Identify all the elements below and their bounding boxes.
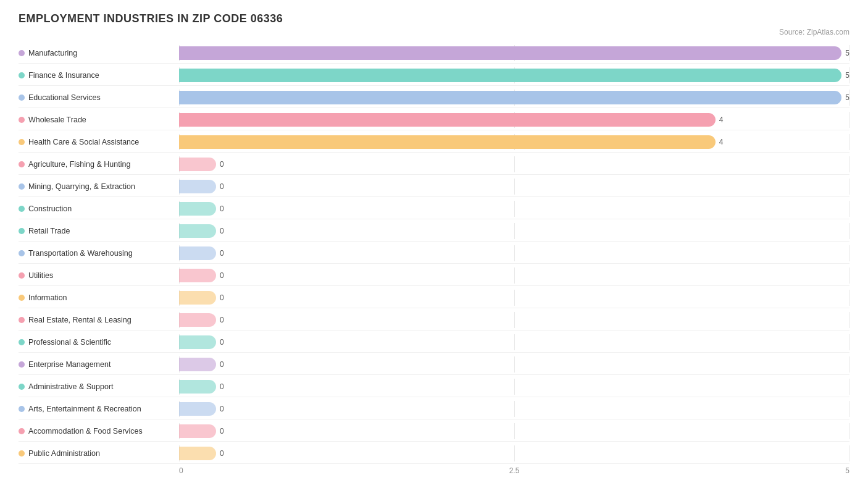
bar-value-label: 0 (220, 204, 224, 213)
bar-label-text: Mining, Quarrying, & Extraction (28, 182, 135, 191)
bar-label: Utilities (19, 271, 179, 280)
bar-label: Retail Trade (19, 227, 179, 235)
bar-color-dot (19, 250, 25, 256)
bar-track: 0 (179, 156, 849, 172)
bar-fill (179, 135, 716, 149)
bar-row: Manufacturing5 (19, 43, 849, 64)
bar-track: 0 (179, 267, 849, 284)
bar-value-label: 5 (845, 71, 849, 80)
bar-area: 0 (179, 223, 849, 239)
bar-label-text: Administrative & Support (28, 382, 114, 391)
bar-track: 0 (179, 290, 849, 306)
bar-label-text: Finance & Insurance (28, 71, 99, 80)
bar-value-label: 5 (845, 93, 849, 102)
bar-track: 0 (179, 223, 849, 239)
bar-label-text: Agriculture, Fishing & Hunting (28, 160, 130, 169)
bar-label-text: Health Care & Social Assistance (28, 138, 139, 146)
chart-container: Manufacturing5Finance & Insurance5Educat… (19, 43, 849, 475)
bar-label: Health Care & Social Assistance (19, 138, 179, 146)
bar-color-dot (19, 317, 25, 323)
bar-label: Agriculture, Fishing & Hunting (19, 160, 179, 169)
axis-tick-label: 2.5 (509, 466, 520, 475)
grid-line (849, 290, 850, 306)
grid-line (849, 245, 850, 261)
bar-color-dot (19, 206, 25, 212)
bar-value-label: 0 (220, 293, 224, 302)
bar-fill (179, 380, 216, 394)
bar-label: Professional & Scientific (19, 338, 179, 347)
grid-line (849, 112, 850, 128)
bar-row: Retail Trade0 (19, 221, 849, 242)
bar-label-text: Wholesale Trade (28, 116, 86, 124)
bar-color-dot (19, 361, 25, 368)
bar-row: Health Care & Social Assistance4 (19, 132, 849, 153)
bar-track: 0 (179, 379, 849, 395)
bar-fill (179, 46, 841, 60)
bar-value-label: 0 (220, 360, 224, 369)
bar-label-text: Retail Trade (28, 227, 70, 235)
bar-value-label: 4 (719, 116, 724, 124)
bar-label: Information (19, 293, 179, 302)
bar-value-label: 0 (220, 338, 224, 347)
bar-color-dot (19, 95, 25, 101)
axis-tick-label: 5 (845, 466, 849, 475)
bar-row: Agriculture, Fishing & Hunting0 (19, 154, 849, 175)
grid-line (849, 401, 850, 417)
bar-label: Manufacturing (19, 49, 179, 57)
bar-fill (179, 69, 841, 82)
bar-fill (179, 246, 216, 260)
bar-color-dot (19, 50, 25, 56)
bar-fill (179, 335, 216, 349)
bar-value-label: 0 (220, 227, 224, 235)
bar-area: 0 (179, 179, 849, 195)
bar-label-text: Construction (28, 204, 72, 213)
bar-label: Accommodation & Food Services (19, 427, 179, 436)
bar-color-dot (19, 339, 25, 345)
bar-track: 5 (179, 45, 849, 61)
bar-track: 4 (179, 134, 849, 150)
grid-line (849, 90, 850, 106)
bar-label: Enterprise Management (19, 360, 179, 369)
bar-track: 4 (179, 112, 849, 128)
bar-area: 0 (179, 379, 849, 395)
bar-label: Construction (19, 204, 179, 213)
bar-area: 4 (179, 112, 849, 128)
bar-row: Accommodation & Food Services0 (19, 421, 849, 442)
bar-area: 5 (179, 90, 849, 106)
bar-track: 0 (179, 356, 849, 373)
bar-row: Real Estate, Rental & Leasing0 (19, 309, 849, 331)
grid-line (849, 179, 850, 195)
bar-row: Educational Services5 (19, 87, 849, 108)
bar-label: Real Estate, Rental & Leasing (19, 316, 179, 324)
bar-track: 0 (179, 312, 849, 328)
bar-area: 0 (179, 312, 849, 328)
bar-track: 5 (179, 90, 849, 106)
bar-area: 0 (179, 156, 849, 172)
source-label: Source: ZipAtlas.com (19, 28, 849, 36)
bar-color-dot (19, 161, 25, 167)
grid-line (849, 267, 850, 284)
bar-color-dot (19, 183, 25, 190)
bar-area: 0 (179, 356, 849, 373)
bar-row: Arts, Entertainment & Recreation0 (19, 398, 849, 419)
bar-area: 0 (179, 201, 849, 217)
bar-track: 0 (179, 245, 849, 261)
bar-area: 0 (179, 445, 849, 461)
bar-row: Construction0 (19, 198, 849, 219)
grid-line (849, 356, 850, 373)
grid-line (849, 201, 850, 217)
bar-label-text: Manufacturing (28, 49, 77, 57)
grid-line (849, 379, 850, 395)
bar-label: Public Administration (19, 449, 179, 458)
bar-label-text: Accommodation & Food Services (28, 427, 143, 436)
bar-row: Enterprise Management0 (19, 354, 849, 375)
bar-fill (179, 180, 216, 193)
bar-area: 0 (179, 401, 849, 417)
bar-label-text: Arts, Entertainment & Recreation (28, 405, 141, 413)
bar-value-label: 0 (220, 405, 224, 413)
bar-label-text: Information (28, 293, 67, 302)
bar-track: 0 (179, 179, 849, 195)
bar-label-text: Enterprise Management (28, 360, 111, 369)
grid-line (849, 312, 850, 328)
bar-value-label: 0 (220, 249, 224, 258)
